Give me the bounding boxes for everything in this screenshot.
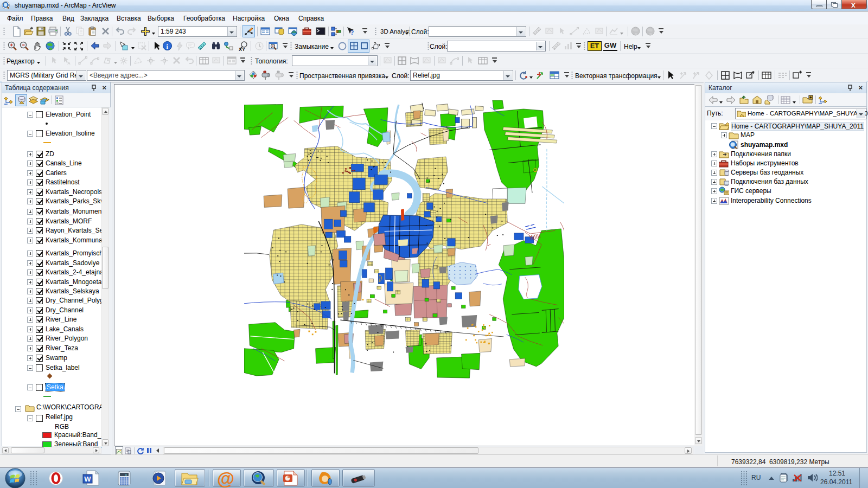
svg-text:0: 0 (125, 473, 127, 477)
svg-text:A: A (67, 61, 71, 66)
svg-text:W: W (84, 475, 91, 483)
svg-text:?: ? (350, 28, 354, 36)
svg-text:XY: XY (239, 47, 245, 52)
